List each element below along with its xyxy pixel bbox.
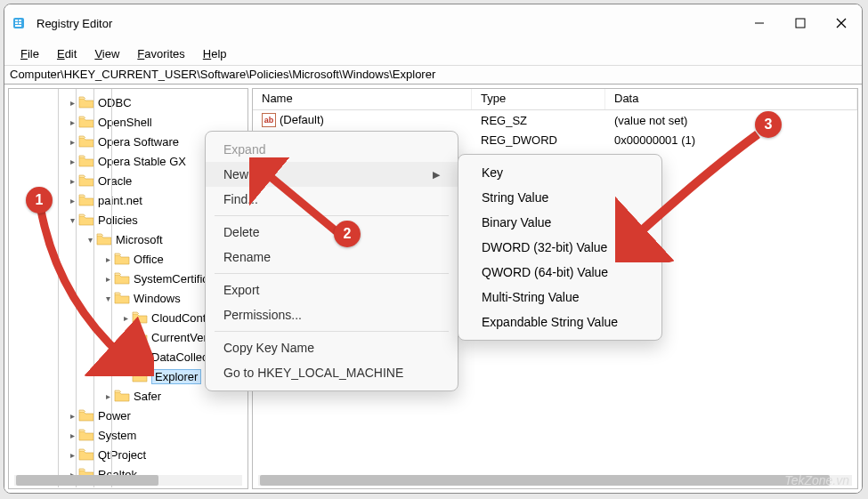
menu-help[interactable]: Help: [194, 44, 236, 63]
folder-icon: [78, 429, 94, 441]
tree-horizontal-scrollbar[interactable]: [14, 475, 242, 486]
menu-separator: [215, 273, 449, 274]
col-data[interactable]: Data: [605, 89, 857, 109]
folder-icon: [78, 409, 94, 422]
annotation-arrow-3: [615, 129, 775, 262]
tree-item-system[interactable]: ▸System: [9, 425, 247, 445]
menu-favorites[interactable]: Favorites: [128, 44, 193, 63]
address-bar[interactable]: Computer\HKEY_CURRENT_USER\Software\Poli…: [4, 65, 862, 85]
watermark: TekZone.vn: [784, 473, 849, 487]
folder-icon: [78, 174, 94, 187]
svg-rect-4: [19, 22, 21, 24]
title-bar: Registry Editor: [4, 4, 862, 42]
ctx-item-go-to-hkey-local-machine[interactable]: Go to HKEY_LOCAL_MACHINE: [206, 360, 458, 385]
tree-label: ODBC: [98, 96, 137, 109]
ctx-item-permissions-[interactable]: Permissions...: [206, 302, 458, 327]
col-name[interactable]: Name: [253, 89, 472, 109]
svg-rect-1: [15, 20, 18, 21]
folder-icon: [78, 96, 94, 109]
tree-label: OpenShell: [98, 116, 158, 129]
svg-rect-7: [796, 19, 805, 28]
regedit-icon: [13, 15, 29, 31]
ctx-item-copy-key-name[interactable]: Copy Key Name: [206, 335, 458, 360]
annotation-badge-1: 1: [26, 187, 53, 213]
menu-separator: [215, 331, 449, 332]
sub-item-qword-64-bit-value[interactable]: QWORD (64-bit) Value: [458, 260, 661, 285]
svg-rect-2: [15, 22, 18, 24]
tree-item-power[interactable]: ▸Power: [9, 406, 247, 425]
folder-icon: [78, 116, 94, 128]
menu-edit[interactable]: Edit: [48, 44, 85, 63]
col-type[interactable]: Type: [472, 89, 605, 109]
sub-item-expandable-string-value[interactable]: Expandable String Value: [458, 310, 661, 334]
tree-label: QtProject: [98, 448, 151, 462]
menu-view[interactable]: View: [85, 44, 128, 63]
menu-bar: File Edit View Favorites Help: [4, 42, 862, 65]
string-value-icon: ab: [262, 113, 276, 127]
close-button[interactable]: [821, 5, 862, 41]
folder-icon: [114, 390, 130, 402]
svg-rect-5: [15, 25, 21, 27]
tree-label: Explorer: [151, 369, 201, 384]
list-horizontal-scrollbar[interactable]: [258, 475, 852, 486]
window-frame: Registry Editor File Edit View Favorites…: [4, 4, 863, 494]
tree-item-odbc[interactable]: ▸ODBC: [9, 93, 247, 112]
tree-label: Safer: [134, 390, 166, 403]
window-title: Registry Editor: [37, 17, 739, 30]
tree-label: Power: [98, 409, 136, 423]
folder-icon: [78, 155, 94, 167]
chevron-right-icon: ▶: [433, 169, 440, 181]
tree-label: System: [98, 429, 142, 442]
list-header: Name Type Data: [253, 89, 857, 110]
folder-icon: [78, 135, 94, 148]
tree-label: Oracle: [98, 174, 137, 188]
svg-rect-3: [19, 20, 21, 21]
folder-icon: [78, 448, 94, 461]
annotation-arrow-1: [29, 198, 154, 376]
sub-item-multi-string-value[interactable]: Multi-String Value: [458, 285, 661, 310]
menu-file[interactable]: File: [12, 44, 48, 63]
maximize-button[interactable]: [780, 5, 821, 41]
annotation-badge-2: 2: [334, 221, 361, 247]
annotation-badge-3: 3: [755, 111, 782, 138]
tree-item-openshell[interactable]: ▸OpenShell: [9, 112, 247, 132]
ctx-item-export[interactable]: Export: [206, 278, 458, 302]
minimize-button[interactable]: [739, 5, 780, 41]
tree-item-qtproject[interactable]: ▸QtProject: [9, 445, 247, 464]
